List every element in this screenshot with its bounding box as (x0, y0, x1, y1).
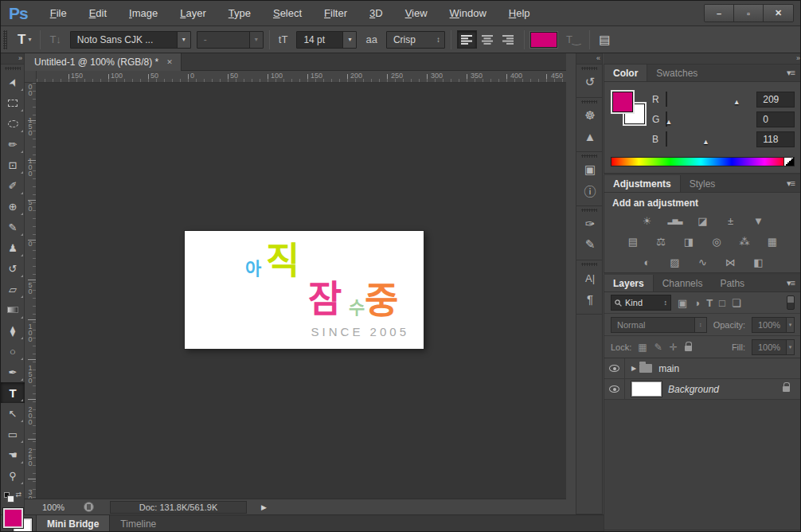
posterize-icon[interactable]: ▨ (666, 255, 684, 269)
channel-mixer-icon[interactable]: ⁂ (736, 234, 753, 248)
opacity-field[interactable]: 100% ▾ (752, 317, 795, 333)
tab-layers[interactable]: Layers (604, 275, 654, 291)
layer-name[interactable]: main (658, 363, 679, 374)
fill-field[interactable]: 100% ▾ (752, 339, 795, 355)
menu-file[interactable]: File (39, 2, 78, 25)
swap-colors-icon[interactable]: ⇄ (15, 491, 21, 499)
vibrance-icon[interactable]: ▼ (750, 213, 768, 228)
expand-panels-icon[interactable]: « (576, 53, 602, 65)
warp-text-icon[interactable]: T‿ (563, 32, 584, 47)
clone-stamp-tool[interactable]: ♟ (1, 237, 25, 258)
eraser-tool[interactable]: ▱ (1, 279, 25, 299)
history-brush-tool[interactable]: ↺ (1, 258, 25, 279)
green-slider[interactable]: ▲ (666, 112, 752, 127)
info-panel-icon[interactable]: ⓘ (576, 180, 604, 201)
eyedropper-tool[interactable]: ✐ (1, 175, 25, 196)
levels-icon[interactable]: ▂▅▃ (666, 213, 684, 228)
move-tool[interactable]: ➤ (1, 72, 25, 92)
lock-transparency-icon[interactable]: ▦ (638, 342, 647, 353)
quick-selection-tool[interactable]: ✏ (1, 134, 25, 155)
pen-tool[interactable]: ✒ (1, 362, 25, 382)
canvas[interactable]: 아 직 잠 수 중 SINCE 2005 (185, 231, 424, 349)
filter-kind-select[interactable]: Kind ↕ (611, 295, 671, 311)
blend-mode-select[interactable]: Normal ↕ (611, 317, 707, 333)
collapse-panels-icon[interactable]: » (604, 53, 801, 65)
close-button[interactable]: ✕ (764, 5, 793, 22)
foreground-color-swatch[interactable] (612, 92, 633, 112)
anti-alias-select[interactable]: Crisp ↕ (386, 31, 445, 49)
invert-icon[interactable]: ◐ (639, 255, 656, 269)
filter-adjustment-layers-icon[interactable]: ◑ (694, 297, 700, 309)
filter-toggle-switch[interactable] (787, 295, 795, 310)
slider-thumb-icon[interactable]: ▲ (702, 138, 709, 146)
histogram-panel-icon[interactable]: ▲ (576, 126, 604, 147)
lock-position-icon[interactable]: ✛ (670, 342, 678, 353)
tab-mini-bridge[interactable]: Mini Bridge (37, 515, 110, 532)
minimize-button[interactable]: – (705, 5, 734, 22)
visibility-cell[interactable] (604, 358, 625, 378)
menu-edit[interactable]: Edit (78, 2, 118, 25)
properties-panel-icon[interactable]: ▣ (576, 159, 604, 180)
character-panel-icon[interactable]: A| (576, 268, 604, 288)
photo-filter-icon[interactable]: ◎ (708, 234, 725, 248)
foreground-color-swatch[interactable] (3, 508, 23, 528)
horizontal-ruler[interactable]: 150 100 50 0 50 100 150 200 250 300 350 … (37, 71, 566, 83)
layer-name[interactable]: Background (668, 384, 719, 395)
toolbar-collapse-icon[interactable]: » (1, 53, 24, 65)
align-right-button[interactable] (498, 30, 518, 49)
tab-color[interactable]: Color (604, 65, 647, 81)
blue-value-field[interactable]: 118 (756, 131, 795, 147)
maximize-button[interactable]: ▫ (734, 5, 764, 22)
text-color-swatch[interactable] (530, 32, 557, 48)
red-slider[interactable]: ▲ (666, 92, 752, 107)
green-value-field[interactable]: 0 (756, 111, 795, 127)
panel-menu-icon[interactable]: ▾≡ (780, 275, 801, 291)
color-spectrum-ramp[interactable] (611, 157, 795, 166)
blue-slider[interactable]: ▲ (666, 132, 752, 147)
threshold-icon[interactable]: ∿ (694, 255, 712, 269)
brush-panel-icon[interactable]: ✑ (576, 213, 604, 234)
brush-presets-panel-icon[interactable]: ✎ (576, 234, 604, 255)
eye-icon[interactable] (609, 385, 619, 393)
type-tool-preset[interactable]: T ▾ (14, 30, 34, 49)
canvas-viewport[interactable]: 아 직 잠 수 중 SINCE 2005 (37, 83, 566, 499)
font-size-select[interactable]: 14 pt ▾ (296, 31, 357, 49)
tab-adjustments[interactable]: Adjustments (604, 175, 681, 192)
filter-type-layers-icon[interactable]: T (706, 297, 713, 309)
hand-tool[interactable]: ☚ (1, 444, 25, 465)
menu-layer[interactable]: Layer (169, 2, 217, 25)
menu-select[interactable]: Select (262, 2, 313, 25)
spectrum-bw-corner[interactable] (783, 158, 794, 166)
menu-image[interactable]: Image (118, 2, 169, 25)
history-panel-icon[interactable]: ↺ (576, 72, 604, 92)
panel-menu-icon[interactable]: ▾≡ (780, 65, 801, 81)
zoom-tool[interactable]: ⚲ (1, 465, 25, 486)
visibility-cell[interactable] (604, 379, 625, 399)
text-orientation-icon[interactable]: T↓ (46, 32, 64, 47)
eye-icon[interactable] (609, 365, 619, 372)
gradient-map-icon[interactable]: ⋈ (722, 255, 740, 269)
zoom-level[interactable]: 100% (42, 503, 77, 512)
red-value-field[interactable]: 209 (756, 92, 795, 108)
layer-row-background[interactable]: Background (604, 379, 801, 400)
curves-icon[interactable]: ◪ (694, 213, 712, 228)
menu-help[interactable]: Help (498, 2, 541, 25)
color-lookup-icon[interactable]: ▦ (764, 234, 781, 248)
default-colors-icon[interactable] (4, 492, 10, 498)
menu-view[interactable]: View (394, 2, 439, 25)
paragraph-panel-icon[interactable]: ¶ (576, 288, 604, 309)
blue-slider-track[interactable] (666, 131, 667, 147)
lock-all-icon[interactable] (685, 346, 692, 351)
lock-paint-icon[interactable]: ✎ (654, 342, 662, 353)
path-selection-tool[interactable]: ↖ (1, 403, 25, 424)
vertical-ruler[interactable]: 200 150 100 50 0 50 100 150 200 250 300 (25, 83, 37, 499)
red-slider-track[interactable] (666, 92, 667, 107)
layer-row-main[interactable]: ▶ main (604, 358, 801, 379)
dodge-tool[interactable]: ○ (1, 341, 25, 362)
close-tab-icon[interactable]: ✕ (166, 58, 173, 66)
filter-shape-layers-icon[interactable]: □ (719, 297, 725, 309)
menu-filter[interactable]: Filter (313, 2, 358, 25)
rectangle-tool[interactable]: ▭ (1, 424, 25, 444)
panel-menu-icon[interactable]: ▾≡ (780, 175, 801, 192)
chevron-down-icon[interactable]: ▾ (177, 32, 190, 48)
